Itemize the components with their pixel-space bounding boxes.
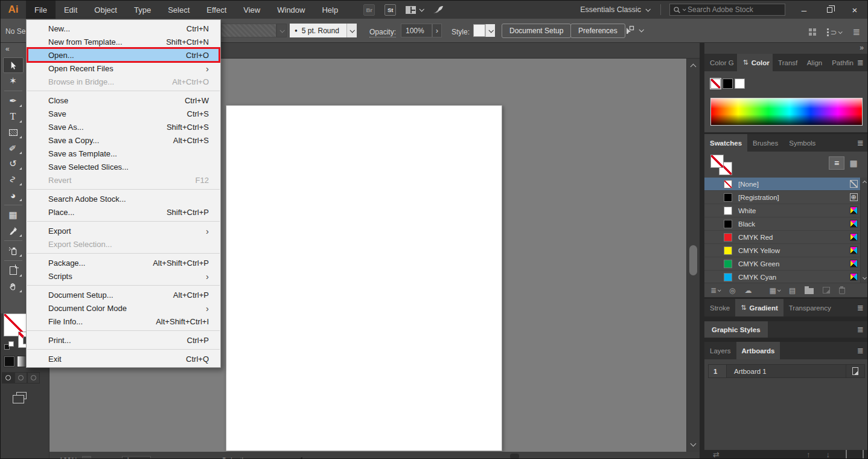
mesh-tool[interactable]: ▦ (3, 207, 24, 223)
menu-item-new[interactable]: New... Ctrl+N (27, 22, 220, 35)
list-view-button[interactable]: ≡ (829, 156, 844, 170)
menu-item-save[interactable]: Save Ctrl+S (27, 107, 220, 120)
menu-item-print[interactable]: Print... Ctrl+P (27, 333, 220, 347)
menu-item-export-selection[interactable]: Export Selection... (27, 237, 220, 251)
artboard-tool[interactable] (3, 263, 24, 278)
menu-item-exit[interactable]: Exit Ctrl+Q (27, 352, 220, 365)
menu-help[interactable]: Help (313, 1, 346, 19)
gpu-performance-icon[interactable] (433, 5, 444, 14)
search-input[interactable] (688, 5, 781, 14)
move-up-icon[interactable]: ↑ (806, 450, 811, 459)
panel-arrange-button[interactable]: ⊃ (827, 28, 842, 37)
tab-brushes[interactable]: Brushes (747, 134, 783, 152)
tab-color[interactable]: ⇅ Color (737, 54, 773, 71)
tab-symbols[interactable]: Symbols (783, 134, 821, 152)
tab-swatches[interactable]: Swatches (704, 134, 747, 152)
color-themes-button[interactable]: ◎ (729, 286, 735, 295)
swatches-panel-menu-icon[interactable]: ≣ (857, 134, 868, 152)
swatch-row-none[interactable]: [None] (704, 178, 868, 191)
swatch-row-cmyk-yellow[interactable]: CMYK Yellow (704, 244, 868, 257)
grid-view-button[interactable]: ▦ (846, 156, 861, 170)
swatch-row-black[interactable]: Black (704, 217, 868, 231)
artboard[interactable] (226, 105, 502, 451)
type-tool[interactable]: T (3, 109, 24, 124)
menu-file[interactable]: File (26, 1, 56, 19)
rectangle-tool[interactable] (3, 124, 24, 140)
close-button[interactable]: × (842, 1, 867, 19)
menu-effect[interactable]: Effect (198, 1, 235, 19)
menu-item-file-info[interactable]: File Info... Alt+Shift+Ctrl+I (27, 315, 220, 328)
none-swatch-indicator[interactable] (710, 155, 732, 175)
artboard-row[interactable]: 1 Artboard 1 (708, 364, 865, 378)
swatch-row-cmyk-cyan[interactable]: CMYK Cyan (704, 271, 868, 283)
gradient-panel-menu-icon[interactable]: ≣ (857, 299, 868, 316)
tab-artboards[interactable]: Artboards (736, 342, 780, 359)
swatch-row-cmyk-green[interactable]: CMYK Green (704, 257, 868, 271)
tab-transparency[interactable]: Transparency (783, 299, 837, 316)
control-panel-menu-icon[interactable]: ≣ (852, 27, 860, 37)
swatch-kinds-button[interactable]: ▦ (770, 286, 780, 295)
adobe-stock-searchbox[interactable] (669, 4, 785, 16)
preferences-button[interactable]: Preferences (570, 24, 625, 38)
new-color-group-button[interactable] (805, 286, 814, 294)
brush-definition-dropdown[interactable]: ● 5 pt. Round (290, 24, 346, 37)
opacity-input[interactable]: 100% (401, 24, 432, 37)
swatch-libraries-button[interactable]: ≣ (710, 286, 720, 295)
menu-type[interactable]: Type (126, 1, 159, 19)
draw-behind-button[interactable] (14, 372, 27, 384)
artboard-navigation-dropdown[interactable]: 1 (122, 456, 151, 459)
white-chip[interactable] (735, 79, 745, 89)
default-fill-stroke-button[interactable] (4, 341, 14, 350)
menu-object[interactable]: Object (86, 1, 126, 19)
zoom-level-value[interactable]: 100% (59, 457, 78, 459)
rearrange-artboards-icon[interactable]: ⇄ (713, 450, 720, 459)
selection-tool[interactable] (3, 57, 24, 73)
variable-width-profile-chevron[interactable] (276, 24, 287, 37)
menu-item-place[interactable]: Place... Shift+Ctrl+P (27, 205, 220, 219)
color-spectrum-bar[interactable] (710, 98, 863, 126)
delete-artboard-button[interactable] (863, 450, 864, 459)
restore-button[interactable] (817, 1, 842, 19)
swatch-row-white[interactable]: White (704, 204, 868, 217)
collapse-toolbar-button[interactable]: « (1, 43, 25, 55)
color-button[interactable] (4, 356, 15, 367)
opacity-options-button[interactable]: › (432, 24, 442, 37)
menu-item-search-adobe-stock[interactable]: Search Adobe Stock... (27, 192, 220, 205)
draw-normal-button[interactable] (2, 372, 14, 384)
document-grid-icon[interactable] (809, 28, 816, 36)
menu-item-revert[interactable]: Revert F12 (27, 173, 220, 187)
tab-transform[interactable]: Transf (773, 54, 802, 71)
brush-definition-chevron[interactable] (346, 24, 357, 37)
color-panel-menu-icon[interactable]: ≣ (857, 54, 868, 71)
artboards-panel-menu-icon[interactable]: ≣ (857, 342, 868, 359)
bridge-icon[interactable]: Br (363, 4, 375, 16)
menu-item-document-setup[interactable]: Document Setup... Alt+Ctrl+P (27, 288, 220, 301)
document-setup-button[interactable]: Document Setup (502, 24, 571, 38)
menu-item-document-color-mode[interactable]: Document Color Mode › (27, 301, 220, 315)
menu-item-scripts[interactable]: Scripts › (27, 269, 220, 283)
menu-item-close[interactable]: Close Ctrl+W (27, 94, 220, 107)
shape-builder-tool[interactable]: ◕ (3, 187, 24, 203)
expand-panels-button[interactable]: » (704, 43, 868, 54)
change-screen-mode-button[interactable] (16, 392, 27, 399)
width-tool[interactable]: ∿ (3, 172, 24, 187)
swatch-row-cmyk-red[interactable]: CMYK Red (704, 231, 868, 244)
swatch-list-scrollbar[interactable] (860, 178, 868, 283)
menu-item-new-from-template[interactable]: New from Template... Shift+Ctrl+N (27, 35, 220, 48)
menu-item-browse-in-bridge[interactable]: Browse in Bridge... Alt+Ctrl+O (27, 75, 220, 88)
menu-item-save-a-copy[interactable]: Save a Copy... Alt+Ctrl+S (27, 133, 220, 147)
menu-item-package[interactable]: Package... Alt+Shift+Ctrl+P (27, 256, 220, 269)
move-down-icon[interactable]: ↓ (826, 450, 830, 459)
arrange-documents-button[interactable] (406, 6, 423, 14)
shaper-tool[interactable]: ✏ (3, 140, 24, 156)
menu-view[interactable]: View (235, 1, 269, 19)
scroll-up-icon[interactable] (691, 64, 697, 70)
add-to-cloud-button[interactable]: ☁ (745, 286, 752, 295)
tab-color-guide[interactable]: Color G (704, 54, 737, 71)
magic-wand-tool[interactable]: ✶ (3, 73, 24, 89)
eyedropper-tool[interactable] (3, 223, 24, 239)
variable-width-profile-dropdown[interactable] (221, 24, 276, 37)
workspace-switcher[interactable]: Essentials Classic (572, 5, 658, 14)
scroll-down-icon[interactable] (691, 441, 697, 447)
graphic-styles-menu-icon[interactable]: ≣ (857, 325, 868, 334)
